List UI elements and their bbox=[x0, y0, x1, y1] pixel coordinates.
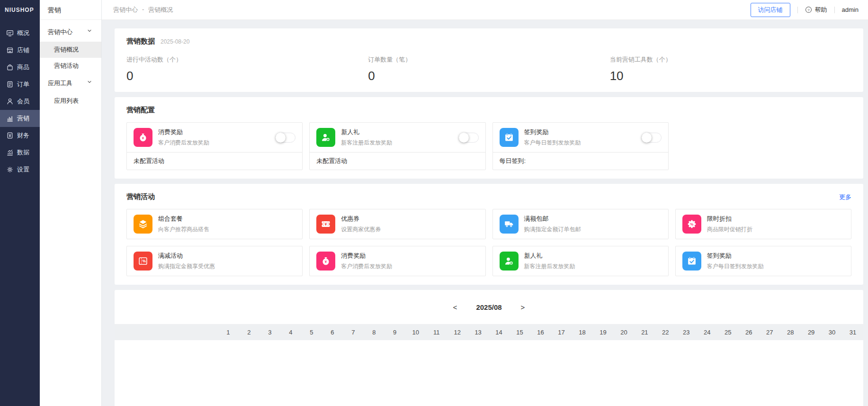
subnav-group-label: 营销中心 bbox=[48, 28, 72, 36]
marketing-icon bbox=[6, 115, 14, 122]
breadcrumb-current: 营销概况 bbox=[148, 6, 173, 14]
activity-item-name: 限时折扣 bbox=[707, 215, 844, 223]
subnav-group-marketing-center[interactable]: 营销中心 bbox=[40, 23, 101, 42]
member-icon bbox=[6, 98, 14, 105]
calendar-day: 5 bbox=[301, 329, 322, 336]
sidebar-item-order[interactable]: 订单 bbox=[0, 76, 40, 93]
chevron-down-icon bbox=[87, 80, 95, 87]
breadcrumb-separator: - bbox=[142, 6, 144, 14]
activity-item-consume-reward[interactable]: ¥消费奖励客户消费后发放奖励 bbox=[309, 246, 485, 276]
activity-item-text: 优惠券设置商家优惠券 bbox=[341, 215, 478, 234]
calendar-days-row: 1234567891011121314151617181920212223242… bbox=[115, 324, 863, 340]
activity-item-name: 消费奖励 bbox=[341, 252, 478, 260]
module-title: 营销 bbox=[40, 0, 101, 20]
activity-grid: 组合套餐向客户推荐商品搭售¥优惠券设置商家优惠券满额包邮购满指定金额订单包邮%限… bbox=[126, 209, 851, 276]
activity-item-coupon[interactable]: ¥优惠券设置商家优惠券 bbox=[309, 209, 485, 239]
help-link[interactable]: ? 帮助 bbox=[805, 6, 827, 14]
activity-item-free-shipping[interactable]: 满额包邮购满指定金额订单包邮 bbox=[492, 209, 669, 239]
stat-marketing-tools: 当前营销工具数（个）10 bbox=[610, 55, 851, 83]
activity-item-text: 新人礼新客注册后发放奖励 bbox=[524, 252, 662, 271]
calendar-month-label: 2025/08 bbox=[476, 303, 501, 311]
breadcrumb: 营销中心 - 营销概况 bbox=[113, 6, 173, 14]
sidebar-item-marketing[interactable]: 营销 bbox=[0, 110, 40, 127]
marketing-data-header: 营销数据 2025-08-20 bbox=[126, 37, 851, 46]
visit-store-button[interactable]: 访问店铺 bbox=[751, 3, 790, 17]
subnav-item-app-list[interactable]: 应用列表 bbox=[40, 93, 101, 109]
admin-user[interactable]: admin bbox=[842, 6, 859, 13]
calendar-day: 8 bbox=[364, 329, 385, 336]
sidebar-item-label: 数据 bbox=[17, 148, 29, 157]
config-item-text: 新人礼新客注册后发放奖励 bbox=[341, 128, 455, 147]
content-area: 营销数据 2025-08-20 进行中活动数（个）0订单数量（笔）0当前营销工具… bbox=[102, 20, 868, 406]
data-date: 2025-08-20 bbox=[161, 38, 189, 45]
calendar-day: 15 bbox=[510, 329, 530, 336]
activity-item-sign-in-reward[interactable]: 签到奖励客户每日签到发放奖励 bbox=[675, 246, 851, 276]
sidebar-item-goods[interactable]: 商品 bbox=[0, 59, 40, 76]
marketing-activity-header: 营销活动 更多 bbox=[126, 192, 851, 201]
sidebar-item-label: 会员 bbox=[17, 97, 29, 106]
toggle-switch[interactable] bbox=[276, 133, 295, 143]
activity-item-new-user-gift[interactable]: 新人礼新客注册后发放奖励 bbox=[492, 246, 669, 276]
sidebar-item-finance[interactable]: 财务 bbox=[0, 127, 40, 144]
calendar-day: 10 bbox=[405, 329, 426, 336]
activity-item-text: 签到奖励客户每日签到发放奖励 bbox=[707, 252, 844, 271]
divider bbox=[834, 7, 835, 13]
secondary-sidebar: 营销 营销中心营销概况营销活动应用工具应用列表 bbox=[40, 0, 102, 406]
sidebar-item-settings[interactable]: 设置 bbox=[0, 161, 40, 178]
calendar-day: 21 bbox=[634, 329, 655, 336]
config-item-name: 新人礼 bbox=[341, 128, 455, 136]
sidebar-item-data[interactable]: 数据 bbox=[0, 144, 40, 161]
calendar-day: 31 bbox=[842, 329, 863, 336]
activity-item-desc: 向客户推荐商品搭售 bbox=[158, 226, 295, 234]
calendar-day: 11 bbox=[426, 329, 447, 336]
app-logo[interactable]: NIUSHOP bbox=[0, 0, 40, 20]
calendar-check-icon bbox=[682, 252, 701, 271]
bundle-icon bbox=[134, 215, 152, 234]
divider bbox=[797, 7, 798, 13]
activity-item-time-discount[interactable]: %限时折扣商品限时促销打折 bbox=[675, 209, 851, 239]
marketing-config-header: 营销配置 bbox=[126, 106, 851, 115]
stat-value: 0 bbox=[126, 69, 368, 83]
coupon-icon: ¥ bbox=[316, 215, 335, 234]
subnav-item-marketing-overview[interactable]: 营销概况 bbox=[40, 42, 101, 58]
breadcrumb-parent[interactable]: 营销中心 bbox=[113, 6, 138, 14]
activity-item-desc: 商品限时促销打折 bbox=[707, 226, 844, 234]
data-icon bbox=[6, 149, 14, 156]
toggle-switch[interactable] bbox=[459, 133, 479, 143]
more-link[interactable]: 更多 bbox=[839, 193, 851, 201]
settings-icon bbox=[6, 166, 14, 173]
config-item-new-user-gift: 新人礼新客注册后发放奖励未配置活动 bbox=[309, 122, 485, 170]
prev-month-button[interactable]: < bbox=[453, 303, 457, 311]
topbar-right: 访问店铺 ? 帮助 admin bbox=[751, 3, 859, 17]
stat-label: 订单数量（笔） bbox=[368, 55, 609, 64]
activity-item-name: 满减活动 bbox=[158, 252, 295, 260]
toggle-switch[interactable] bbox=[642, 133, 662, 143]
money-bag-icon: ¥ bbox=[134, 128, 152, 147]
activity-item-name: 优惠券 bbox=[341, 215, 478, 223]
calendar-day: 20 bbox=[613, 329, 634, 336]
config-item-desc: 客户消费后发放奖励 bbox=[158, 139, 272, 147]
next-month-button[interactable]: > bbox=[521, 303, 525, 311]
sidebar-item-overview[interactable]: 概况 bbox=[0, 25, 40, 42]
calendar-day: 30 bbox=[822, 329, 842, 336]
activity-item-text: 限时折扣商品限时促销打折 bbox=[707, 215, 844, 234]
config-item-status: 未配置活动 bbox=[127, 152, 302, 170]
calendar-day: 26 bbox=[738, 329, 759, 336]
discount-icon: % bbox=[682, 215, 701, 234]
calendar-day: 23 bbox=[676, 329, 697, 336]
finance-icon bbox=[6, 132, 14, 139]
sidebar-item-store[interactable]: 店铺 bbox=[0, 42, 40, 59]
section-title: 营销数据 bbox=[126, 37, 155, 46]
goods-icon bbox=[6, 63, 14, 71]
sidebar-item-label: 订单 bbox=[17, 80, 29, 89]
calendar-day: 9 bbox=[385, 329, 405, 336]
marketing-config-card: 营销配置 ¥消费奖励客户消费后发放奖励未配置活动新人礼新客注册后发放奖励未配置活… bbox=[115, 97, 863, 179]
activity-item-bundle-package[interactable]: 组合套餐向客户推荐商品搭售 bbox=[126, 209, 303, 239]
subnav-group-app-tools[interactable]: 应用工具 bbox=[40, 74, 101, 93]
subnav-item-marketing-activity[interactable]: 营销活动 bbox=[40, 58, 101, 74]
activity-item-full-reduction[interactable]: %满减活动购满指定金额享受优惠 bbox=[126, 246, 303, 276]
config-item-name: 消费奖励 bbox=[158, 128, 272, 136]
activity-item-text: 满额包邮购满指定金额订单包邮 bbox=[524, 215, 662, 234]
sidebar-item-member[interactable]: 会员 bbox=[0, 93, 40, 110]
config-item-consume-reward: ¥消费奖励客户消费后发放奖励未配置活动 bbox=[126, 122, 303, 170]
